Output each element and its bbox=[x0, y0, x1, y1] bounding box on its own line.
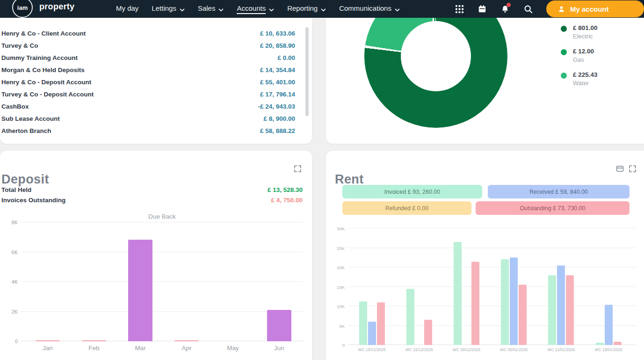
rent-bar-outstanding bbox=[614, 342, 622, 345]
legend-text: £ 225.43Water bbox=[573, 71, 598, 87]
brand-logo-circle: iam bbox=[12, 0, 33, 18]
account-row[interactable]: Turvey & Co - Deposit Account£ 17, 796.1… bbox=[1, 88, 295, 100]
calendar-icon[interactable] bbox=[478, 4, 487, 14]
deposit-bar-feb bbox=[82, 340, 106, 341]
gridline bbox=[348, 325, 636, 326]
rent-bar-invoiced bbox=[454, 242, 462, 345]
legend-item-electric[interactable]: £ 801.00Electric bbox=[561, 24, 598, 40]
deposit-bar-jun bbox=[267, 310, 291, 341]
legend-value: £ 12.00 bbox=[573, 48, 594, 55]
my-account-label: My account bbox=[570, 5, 609, 13]
rent-bar-received bbox=[368, 322, 376, 345]
account-row[interactable]: Henry & Co - Deposit Account£ 55, 401.00 bbox=[1, 76, 295, 88]
legend-dot bbox=[561, 49, 567, 55]
y-axis-tick: 0 bbox=[0, 338, 18, 344]
account-balance: £ 0.00 bbox=[277, 54, 295, 61]
card-view-icon[interactable] bbox=[616, 165, 624, 173]
deposit-panel: Deposit Total Held£ 13, 528.30Invoices O… bbox=[0, 151, 312, 360]
account-row[interactable]: Henry & Co - Client Account£ 10, 633.06 bbox=[1, 27, 295, 39]
notifications-bell-icon[interactable] bbox=[500, 4, 510, 14]
top-navbar: iam property My dayLettingsSalesAccounts… bbox=[0, 0, 644, 18]
rent-bar-outstanding bbox=[424, 320, 432, 345]
rent-bar-outstanding bbox=[377, 302, 385, 345]
stat-value: £ 13, 528.30 bbox=[268, 186, 303, 193]
expand-icon[interactable] bbox=[629, 165, 637, 173]
rent-pill-outstanding[interactable]: Outstanding £ 73, 730.00 bbox=[476, 201, 630, 215]
stat-value: £ 4, 750.00 bbox=[271, 197, 303, 204]
account-name: Atherton Branch bbox=[1, 127, 51, 134]
x-axis-tick: Jan bbox=[31, 345, 64, 352]
rent-panel: Rent Invoiced £ 93, 260.00Received £ 59,… bbox=[326, 151, 644, 360]
account-balance: £ 10, 633.06 bbox=[260, 30, 295, 37]
search-icon[interactable] bbox=[523, 4, 533, 14]
chevron-down-icon bbox=[180, 5, 185, 13]
nav-item-sales[interactable]: Sales bbox=[198, 4, 224, 14]
account-balance: £ 17, 796.14 bbox=[260, 91, 295, 98]
account-balance: £ 8, 900.00 bbox=[263, 115, 295, 122]
my-account-button[interactable]: My account bbox=[546, 0, 644, 17]
x-axis-tick: WC 12/01/2026 bbox=[540, 347, 583, 352]
account-row[interactable]: Dummy Training Account£ 0.00 bbox=[1, 51, 295, 64]
rent-bar-received bbox=[605, 305, 613, 345]
x-axis-tick: WC 05/01/2026 bbox=[492, 347, 535, 352]
legend-text: £ 12.00Gas bbox=[573, 48, 594, 63]
x-axis-tick: WC 19/01/2026 bbox=[587, 347, 630, 352]
gridline bbox=[21, 341, 303, 341]
gridline bbox=[348, 228, 636, 228]
client-accounts-panel: Henry & Co - Client Account£ 10, 633.06T… bbox=[0, 18, 312, 144]
nav-item-reporting[interactable]: Reporting bbox=[287, 4, 326, 14]
y-axis-tick: 8K bbox=[0, 220, 18, 225]
x-axis-tick: May bbox=[217, 345, 249, 352]
primary-nav: My dayLettingsSalesAccountsReportingComm… bbox=[116, 0, 400, 18]
legend-value: £ 225.43 bbox=[573, 71, 598, 78]
rent-bar-received bbox=[557, 265, 565, 345]
legend-value: £ 801.00 bbox=[573, 24, 598, 31]
legend-item-water[interactable]: £ 225.43Water bbox=[561, 71, 598, 87]
y-axis-tick: 20K bbox=[329, 265, 345, 270]
account-row[interactable]: Sub Lease Account£ 8, 900.00 bbox=[1, 112, 295, 125]
gridline bbox=[348, 287, 636, 287]
rent-pill-invoiced[interactable]: Invoiced £ 93, 260.00 bbox=[342, 185, 482, 198]
deposit-bar-mar bbox=[128, 240, 152, 341]
gridline bbox=[21, 222, 303, 222]
nav-item-lettings[interactable]: Lettings bbox=[152, 4, 185, 14]
rent-bar-outstanding bbox=[471, 262, 479, 345]
account-name: Turvey & Co - Deposit Account bbox=[1, 91, 94, 98]
y-axis-tick: 5K bbox=[329, 323, 345, 329]
account-row[interactable]: Morgan & Co Held Deposits£ 14, 354.84 bbox=[1, 64, 295, 76]
expand-icon[interactable] bbox=[294, 165, 302, 173]
account-name: Turvey & Co bbox=[1, 42, 38, 49]
x-axis-tick: Mar bbox=[124, 345, 157, 352]
account-balance: -£ 24, 943.03 bbox=[258, 103, 295, 110]
nav-item-my-day[interactable]: My day bbox=[116, 4, 138, 14]
rent-pill-refunded[interactable]: Refunded £ 0.00 bbox=[342, 201, 471, 215]
x-axis-tick: Feb bbox=[78, 345, 110, 352]
stat-row: Total Held£ 13, 528.30 bbox=[1, 186, 303, 193]
gridline bbox=[348, 306, 636, 306]
deposit-chart-title: Due Back bbox=[21, 213, 303, 220]
account-row[interactable]: CashBox-£ 24, 943.03 bbox=[1, 100, 295, 112]
rent-pill-received[interactable]: Received £ 59, 840.00 bbox=[488, 185, 630, 198]
x-axis-tick: Apr bbox=[170, 345, 203, 352]
legend-dot bbox=[561, 73, 567, 79]
nav-item-label: Sales bbox=[198, 4, 216, 14]
nav-item-communications[interactable]: Communications bbox=[339, 4, 400, 14]
y-axis-tick: 6K bbox=[0, 250, 18, 255]
nav-item-accounts[interactable]: Accounts bbox=[237, 4, 274, 14]
legend-item-gas[interactable]: £ 12.00Gas bbox=[561, 48, 598, 63]
account-row[interactable]: Turvey & Co£ 20, 858.90 bbox=[1, 39, 295, 51]
gridline bbox=[21, 252, 303, 252]
account-list-scrollbar[interactable] bbox=[305, 27, 309, 116]
y-axis-tick: 25K bbox=[329, 246, 345, 251]
notification-badge bbox=[507, 3, 511, 7]
account-name: Morgan & Co Held Deposits bbox=[1, 66, 85, 73]
y-axis-tick: 30K bbox=[329, 226, 345, 231]
account-row[interactable]: Atherton Branch£ 58, 888.22 bbox=[1, 125, 295, 137]
legend-label: Electric bbox=[573, 33, 598, 40]
account-name: Henry & Co - Client Account bbox=[1, 30, 86, 37]
gridline bbox=[348, 267, 636, 267]
y-axis-tick: 10K bbox=[329, 304, 345, 309]
apps-grid-icon[interactable] bbox=[455, 4, 464, 14]
rent-bar-chart bbox=[348, 228, 636, 345]
rent-bar-invoiced bbox=[406, 289, 414, 345]
